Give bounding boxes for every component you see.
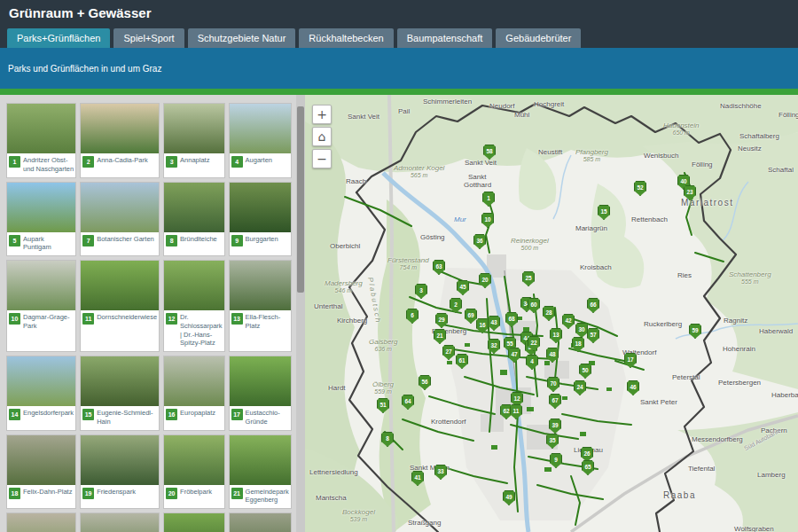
tab-gebäudebrüter[interactable]: Gebäudebrüter [496, 28, 581, 48]
list-item-dagmar-grage-park[interactable]: 10Dagmar-Grage-Park [6, 260, 76, 352]
park-photo [81, 513, 159, 532]
map-label-kroisbach: Kroisbach [580, 263, 612, 271]
map-label-hohenrain: Hohenrain [723, 345, 755, 353]
park-number-badge: 5 [9, 235, 20, 246]
park-name: Europaplatz [180, 409, 215, 418]
park-photo [164, 261, 224, 310]
list-item-ella-flesch-platz[interactable]: 13Ella-Flesch-Platz [229, 260, 292, 352]
park-photo [81, 183, 159, 232]
map-label-peterstal: Peterstal [672, 373, 700, 381]
park-name: Burggarten [246, 235, 278, 244]
park-photo [7, 435, 75, 485]
list-item-fröbelpark[interactable]: 20Fröbelpark [163, 434, 225, 510]
tab-rückhaltebecken[interactable]: Rückhaltebecken [299, 28, 393, 48]
park-caption: 19Friedenspark [81, 485, 159, 506]
park-caption: 4Augarten [230, 153, 291, 175]
map-label-pail: Pail [398, 107, 410, 115]
map-label-mantscha: Mantscha [316, 494, 347, 502]
map-label-pfangberg: Pfangberg585 m [575, 148, 608, 162]
park-caption: 12Dr. Schlossarpark | Dr.-Hans-Spitzy-Pl… [164, 310, 224, 351]
zoom-in-button[interactable]: + [312, 105, 332, 124]
list-item-gorbachplatz[interactable]: 22Gorbachplatz [6, 512, 76, 532]
list-item-gemeindepark-eggenberg[interactable]: 21Gemeindepark Eggenberg [229, 434, 292, 510]
green-divider [0, 89, 798, 95]
park-name: Dagmar-Grage-Park [23, 313, 74, 331]
park-name: Annaplatz [180, 156, 209, 165]
park-caption: 8Bründlteiche [164, 232, 224, 254]
park-caption: 7Botanischer Garten [81, 232, 159, 254]
map-controls: +⌂− [312, 105, 332, 168]
home-button[interactable]: ⌂ [312, 127, 332, 146]
list-item-annaplatz[interactable]: 3Annaplatz [163, 103, 225, 178]
tab-spiel-sport[interactable]: Spiel+Sport [113, 28, 184, 48]
map-canvas[interactable]: +⌂− 581103615524023633452025262969164368… [305, 95, 798, 532]
list-item-europaplatz[interactable]: 16Europaplatz [163, 356, 225, 431]
scrollbar-thumb[interactable] [297, 106, 304, 293]
map-label-messendorfberg: Messendorfberg [692, 435, 743, 443]
list-item-felix-dahn-platz[interactable]: 18Felix-Dahn-Platz [6, 434, 76, 510]
park-photo [230, 435, 291, 485]
map-label-krottendorf: Krottendorf [431, 418, 466, 426]
list-item-augarten[interactable]: 4Augarten [229, 103, 292, 178]
list-item-eugenie-schmiedl-hain[interactable]: 15Eugenie-Schmiedl-Hain [80, 356, 160, 431]
map-label-admonter-kogel: Admonter Kogel565 m [394, 164, 444, 178]
park-number-badge: 3 [166, 156, 177, 168]
map-label-ruckerlberg: Ruckerlberg [644, 320, 682, 328]
park-number-badge: 17 [231, 409, 243, 420]
park-number-badge: 20 [166, 488, 177, 499]
map-label-gaisberg: Gaisberg636 m [369, 338, 397, 352]
park-number-badge: 1 [9, 156, 20, 168]
park-photo [7, 513, 75, 532]
map-label-sankt-veit: Sankt Veit [348, 113, 379, 121]
zoom-out-button[interactable]: − [312, 149, 332, 168]
tab-parks-grünflächen[interactable]: Parks+Grünflächen [7, 28, 110, 48]
list-item-aupark-puntigam[interactable]: 5Aupark Puntigam [6, 182, 76, 257]
park-number-badge: 8 [166, 235, 177, 246]
park-caption: 16Europaplatz [164, 406, 224, 427]
park-name: Anna-Cadia-Park [97, 156, 148, 165]
list-item-hasenheide[interactable]: 24Hasenheide [163, 512, 225, 532]
list-item-botanischer-garten[interactable]: 7Botanischer Garten [80, 182, 160, 257]
list-item-andritzer-obst-und-naschgarten[interactable]: 1Andritzer Obst- und Naschgarten [6, 103, 76, 178]
banner: Parks und Grünflächen in und um Graz [0, 48, 798, 89]
list-item-anna-cadia-park[interactable]: 2Anna-Cadia-Park [80, 103, 160, 178]
list-scrollbar[interactable] [296, 95, 305, 532]
list-item-hasnerplatz[interactable]: 25Hasnerplatz [229, 512, 292, 532]
list-item-dr-schlossarpark-dr-hans-spitzy-platz[interactable]: 12Dr. Schlossarpark | Dr.-Hans-Spitzy-Pl… [163, 260, 225, 352]
park-caption: 5Aupark Puntigam [7, 232, 75, 256]
tab-schutzgebiete-natur[interactable]: Schutzgebiete Natur [188, 28, 296, 48]
list-item-engelsdorferpark[interactable]: 14Engelsdorferpark [6, 356, 76, 431]
park-caption: 17Eustacchio-Gründe [230, 406, 291, 430]
park-caption: 20Fröbelpark [164, 485, 224, 506]
map-label-neusitz: Neusitz [738, 145, 762, 153]
park-name: Eugenie-Schmiedl-Hain [97, 409, 157, 426]
list-item-gottscheer-straße[interactable]: 23Gottscheer Straße [80, 512, 160, 532]
park-number-badge: 10 [9, 313, 20, 325]
map-label-schattenberg: Schattenberg555 m [729, 270, 771, 285]
park-caption: 18Felix-Dahn-Platz [7, 485, 75, 506]
tab-bar: Parks+GrünflächenSpiel+SportSchutzgebiet… [0, 25, 798, 48]
list-item-dornschneiderwiese[interactable]: 11Dornschneiderwiese [80, 260, 160, 352]
park-name: Botanischer Garten [97, 235, 154, 244]
map-label-ries: Ries [677, 271, 692, 279]
park-number-badge: 9 [231, 235, 243, 246]
park-photo [230, 104, 291, 153]
park-photo [230, 261, 291, 310]
park-name: Engelsdorferpark [23, 409, 74, 418]
map-label-petersbergen: Petersbergen [718, 379, 761, 387]
list-item-burggarten[interactable]: 9Burggarten [229, 182, 292, 257]
list-item-eustacchio-gründe[interactable]: 17Eustacchio-Gründe [229, 356, 292, 431]
map-label-neustift: Neustift [538, 148, 562, 156]
list-item-bründlteiche[interactable]: 8Bründlteiche [163, 182, 225, 257]
map-label-bockkogel: Bockkogel539 m [342, 508, 375, 522]
park-number-badge: 13 [231, 313, 243, 325]
list-item-friedenspark[interactable]: 19Friedenspark [80, 434, 160, 510]
map-label-gösting: Gösting [420, 233, 445, 241]
map-label-rettenbach: Rettenbach [631, 215, 668, 223]
tab-baumpatenschaft[interactable]: Baumpatenschaft [397, 28, 493, 48]
page-title: Grünraum + Gewässer [9, 5, 152, 20]
park-photo [164, 356, 224, 406]
map-label-fölling: Fölling [778, 111, 798, 119]
map-label-schaftalberg: Schaftalberg [739, 132, 779, 140]
park-number-badge: 7 [82, 235, 94, 246]
